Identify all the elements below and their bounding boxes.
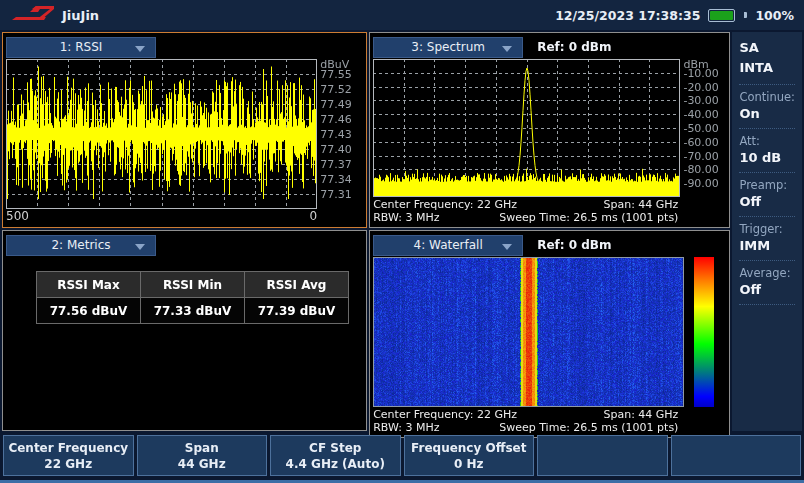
spectrum-ref-level: Ref: 0 dBm — [537, 40, 611, 54]
y-axis-tick-label: -90.00 — [683, 177, 718, 190]
waterfall-ref-level: Ref: 0 dBm — [537, 238, 611, 252]
waterfall-panel-title: 4: Waterfall — [414, 238, 483, 252]
battery-nub-icon — [744, 12, 747, 18]
spectrum-y-axis: dBm-10.00-20.00-30.00-40.00-50.00-60.00-… — [680, 59, 726, 197]
spectrum-span: Span: 44 GHz — [603, 198, 678, 211]
spectrum-footer: Center Frequency: 22 GHz Span: 44 GHz RB… — [373, 197, 726, 224]
span-button[interactable]: Span 44 GHz — [137, 435, 268, 476]
y-axis-tick-label: 77.52 — [320, 83, 352, 96]
metrics-panel-title: 2: Metrics — [51, 238, 110, 252]
y-axis-tick-label: 77.43 — [320, 128, 352, 141]
datetime-label: 12/25/2023 17:38:35 — [555, 8, 700, 23]
spectrum-center-frequency: Center Frequency: 22 GHz — [373, 198, 517, 211]
metrics-panel-selector[interactable]: 2: Metrics — [6, 235, 156, 256]
rssi-x-left-label: 500 — [6, 209, 29, 224]
spectrum-plot — [373, 59, 680, 197]
y-axis-tick-label: 77.34 — [320, 173, 352, 186]
waterfall-footer: Center Frequency: 22 GHz Span: 44 GHz RB… — [373, 407, 726, 434]
chevron-down-icon — [502, 46, 512, 52]
chevron-down-icon — [502, 244, 512, 250]
battery-icon — [708, 9, 735, 22]
waterfall-plot — [373, 257, 684, 407]
jiujin-logo-icon — [10, 6, 54, 24]
brand-name: JiuJin — [62, 8, 99, 23]
y-axis-tick-label: -40.00 — [683, 108, 718, 121]
mode-label: SA — [739, 38, 795, 58]
y-axis-tick-label: 77.46 — [320, 113, 352, 126]
panel-rssi: 1: RSSI dBuV77.5577.5277.4977.4677.4377.… — [2, 32, 367, 228]
top-bar: JiuJin 12/25/2023 17:38:35 100% — [0, 0, 804, 30]
rssi-panel-title: 1: RSSI — [60, 40, 103, 54]
rssi-panel-selector[interactable]: 1: RSSI — [6, 37, 156, 58]
waterfall-colorbar — [694, 257, 714, 407]
waterfall-sweep-time: Sweep Time: 26.5 ms (1001 pts) — [499, 421, 678, 434]
y-axis-tick-label: 77.49 — [320, 98, 352, 111]
waterfall-panel-selector[interactable]: 4: Waterfall — [373, 235, 523, 256]
metrics-header-avg: RSSI Avg — [245, 272, 349, 298]
waterfall-rbw: RBW: 3 MHz — [373, 421, 439, 434]
y-axis-tick-label: -50.00 — [683, 122, 718, 135]
panel-spectrum: 3: Spectrum Ref: 0 dBm dBm-10.00-20.00-3… — [369, 32, 730, 228]
metrics-value-avg: 77.39 dBuV — [245, 298, 349, 324]
y-axis-tick-label: -60.00 — [683, 135, 718, 148]
y-axis-tick-label: 77.40 — [320, 143, 352, 156]
empty-softkey-button[interactable] — [537, 435, 668, 476]
empty-softkey-button[interactable] — [671, 435, 802, 476]
mode-indicator: SA INTA — [739, 38, 795, 85]
waterfall-center-frequency: Center Frequency: 22 GHz — [373, 408, 517, 421]
rssi-y-axis: dBuV77.5577.5277.4977.4677.4377.4077.377… — [317, 59, 363, 209]
rssi-plot — [6, 59, 317, 209]
sidebar-item-att[interactable]: Att: 10 dB — [739, 129, 795, 173]
waterfall-span: Span: 44 GHz — [603, 408, 678, 421]
y-axis-tick-label: 77.55 — [320, 68, 352, 81]
submode-label: INTA — [739, 58, 795, 78]
y-axis-tick-label: -10.00 — [683, 66, 718, 79]
chevron-down-icon — [135, 244, 145, 250]
frequency-toolbar: Center Frequency 22 GHz Span 44 GHz CF S… — [0, 433, 804, 478]
main-area: 1: RSSI dBuV77.5577.5277.4977.4677.4377.… — [0, 30, 804, 433]
battery-percent: 100% — [755, 8, 794, 23]
sidebar-item-average[interactable]: Average: Off — [739, 261, 795, 305]
settings-sidebar: SA INTA Continue: On Att: 10 dB Preamp: … — [732, 32, 802, 431]
panel-metrics: 2: Metrics RSSI Max RSSI Min RSSI Avg 77… — [2, 230, 367, 431]
y-axis-tick-label: -80.00 — [683, 163, 718, 176]
metrics-value-max: 77.56 dBuV — [37, 298, 141, 324]
y-axis-tick-label: -30.00 — [683, 94, 718, 107]
y-axis-tick-label: -70.00 — [683, 149, 718, 162]
sidebar-item-continue[interactable]: Continue: On — [739, 85, 795, 129]
spectrum-sweep-time: Sweep Time: 26.5 ms (1001 pts) — [499, 211, 678, 224]
bottom-edge — [0, 478, 804, 483]
spectrum-panel-selector[interactable]: 3: Spectrum — [373, 37, 523, 58]
sidebar-item-preamp[interactable]: Preamp: Off — [739, 173, 795, 217]
brand: JiuJin — [10, 6, 99, 24]
rssi-metrics-table: RSSI Max RSSI Min RSSI Avg 77.56 dBuV 77… — [36, 271, 349, 324]
y-axis-tick-label: -20.00 — [683, 80, 718, 93]
metrics-header-max: RSSI Max — [37, 272, 141, 298]
rssi-x-right-label: 0 — [310, 209, 318, 224]
frequency-offset-button[interactable]: Frequency Offset 0 Hz — [404, 435, 535, 476]
chevron-down-icon — [135, 46, 145, 52]
sidebar-item-trigger[interactable]: Trigger: IMM — [739, 217, 795, 261]
metrics-header-min: RSSI Min — [141, 272, 245, 298]
y-axis-tick-label: 77.31 — [320, 188, 352, 201]
center-frequency-button[interactable]: Center Frequency 22 GHz — [3, 435, 134, 476]
metrics-value-min: 77.33 dBuV — [141, 298, 245, 324]
spectrum-panel-title: 3: Spectrum — [411, 40, 485, 54]
y-axis-tick-label: 77.37 — [320, 158, 352, 171]
spectrum-rbw: RBW: 3 MHz — [373, 211, 439, 224]
cf-step-button[interactable]: CF Step 4.4 GHz (Auto) — [270, 435, 401, 476]
panel-waterfall: 4: Waterfall Ref: 0 dBm Center Frequency… — [369, 230, 730, 438]
